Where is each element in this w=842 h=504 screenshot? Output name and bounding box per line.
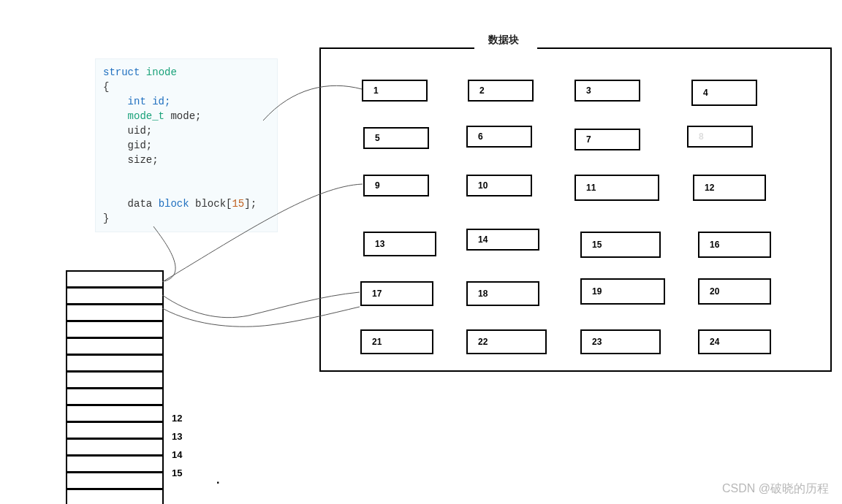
stack-cell bbox=[66, 489, 164, 504]
data-block-2: 2 bbox=[468, 80, 534, 102]
data-block-5: 5 bbox=[363, 127, 429, 149]
stack-index-label: 14 bbox=[172, 446, 182, 464]
struct-name: inode bbox=[146, 66, 177, 78]
mode-rest: mode; bbox=[164, 110, 201, 122]
stack-cell bbox=[66, 388, 164, 405]
stack-cell bbox=[66, 270, 164, 287]
data-block-17: 17 bbox=[360, 281, 433, 306]
stack-cell bbox=[66, 304, 164, 321]
code-block: struct inode { int id; mode_t mode; uid;… bbox=[95, 58, 278, 232]
stack-cell bbox=[66, 287, 164, 304]
data-block-6: 6 bbox=[466, 126, 532, 148]
data-block-4: 4 bbox=[691, 80, 757, 106]
data-block-20: 20 bbox=[698, 278, 771, 305]
diagram-stage: struct inode { int id; mode_t mode; uid;… bbox=[0, 0, 842, 504]
data-block-3: 3 bbox=[574, 80, 640, 102]
stack-cell bbox=[66, 438, 164, 455]
data-block-24: 24 bbox=[698, 329, 771, 354]
line-size: size; bbox=[128, 154, 159, 166]
kw-int-line: int id; bbox=[128, 96, 171, 107]
data-block-9: 9 bbox=[363, 175, 429, 196]
close-brace: } bbox=[103, 213, 109, 224]
stack-cell bbox=[66, 321, 164, 337]
stack-cell bbox=[66, 337, 164, 354]
data-block-1: 1 bbox=[362, 80, 428, 102]
data-block-22: 22 bbox=[466, 329, 547, 354]
block-array-stack bbox=[66, 270, 164, 504]
data-block-12: 12 bbox=[693, 175, 766, 201]
data-block-13: 13 bbox=[363, 232, 436, 256]
data-block-10: 10 bbox=[466, 175, 532, 196]
kw-struct: struct bbox=[103, 66, 140, 78]
data-block-14: 14 bbox=[466, 229, 539, 251]
stack-cell bbox=[66, 455, 164, 472]
data-block-23: 23 bbox=[580, 329, 661, 354]
stack-labels: 12131415 bbox=[172, 409, 182, 482]
line-gid: gid; bbox=[128, 140, 153, 151]
data-block-19: 19 bbox=[580, 278, 665, 305]
data-block-11: 11 bbox=[574, 175, 659, 201]
data-block-8: 8 bbox=[687, 126, 753, 148]
arr-kw: block bbox=[159, 198, 189, 210]
data-block-18: 18 bbox=[466, 281, 539, 306]
data-block-7: 7 bbox=[574, 129, 640, 150]
stack-index-label: 13 bbox=[172, 427, 182, 446]
data-block-21: 21 bbox=[360, 329, 433, 354]
ellipsis-dot: . bbox=[216, 473, 219, 486]
stack-cell bbox=[66, 371, 164, 388]
arr-mid: block[ bbox=[189, 198, 232, 210]
frame-title: 数据块 bbox=[488, 34, 519, 47]
stack-cell bbox=[66, 472, 164, 489]
stack-index-label: 12 bbox=[172, 409, 182, 427]
stack-cell bbox=[66, 405, 164, 421]
data-block-16: 16 bbox=[698, 232, 771, 258]
data-block-15: 15 bbox=[580, 232, 661, 258]
watermark: CSDN @破晓的历程 bbox=[722, 481, 829, 497]
line-uid: uid; bbox=[128, 125, 153, 137]
arr-num: 15 bbox=[232, 198, 244, 210]
open-brace: { bbox=[103, 81, 109, 93]
arr-pre: data bbox=[128, 198, 159, 210]
arr-post: ]; bbox=[244, 198, 257, 210]
stack-index-label: 15 bbox=[172, 464, 182, 482]
stack-cell bbox=[66, 354, 164, 371]
type-mode: mode_t bbox=[128, 110, 164, 122]
stack-cell bbox=[66, 421, 164, 438]
frame-title-gap bbox=[474, 47, 537, 50]
